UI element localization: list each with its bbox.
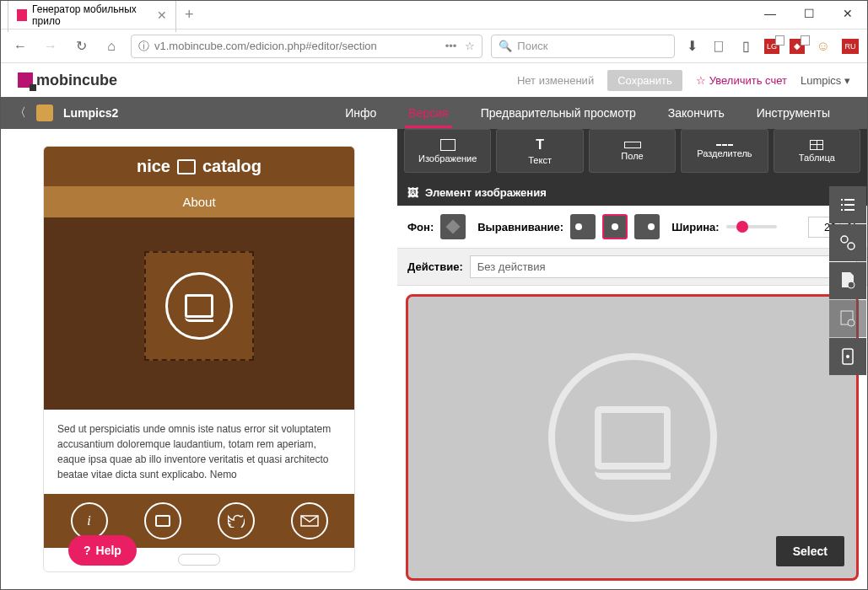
logo-square-icon <box>177 159 196 174</box>
element-image-button[interactable]: Изображение <box>404 129 491 173</box>
field-icon <box>624 142 641 148</box>
align-right-button[interactable] <box>634 214 660 239</box>
controls-row: Фон: Выравнивание: Ширина: 29 % <box>397 206 867 248</box>
action-select[interactable]: Без действия ⌄ <box>470 255 857 278</box>
phone-header: nice catalog <box>44 147 354 186</box>
rail-list-button[interactable] <box>829 186 866 223</box>
rail-settings-button[interactable] <box>829 224 866 261</box>
back-button[interactable]: ← <box>9 35 31 57</box>
align-label: Выравнивание: <box>477 221 563 233</box>
minimize-button[interactable]: — <box>751 1 790 26</box>
download-icon[interactable]: ⬇ <box>683 38 700 55</box>
main-area: nice catalog About Sed ut perspiciatis u… <box>1 129 867 589</box>
user-menu[interactable]: Lumpics ▾ <box>801 74 850 87</box>
search-placeholder: Поиск <box>517 40 547 52</box>
tab-preview[interactable]: Предварительный просмотр <box>477 98 639 128</box>
rail-file-settings-button[interactable] <box>829 262 866 299</box>
phone-text: Sed ut perspiciatis unde omnis iste natu… <box>44 410 354 494</box>
favicon-icon <box>17 9 27 21</box>
width-label: Ширина: <box>671 221 719 233</box>
align-center-button[interactable] <box>602 214 628 239</box>
slider-thumb[interactable] <box>736 221 748 233</box>
forward-button[interactable]: → <box>40 35 62 57</box>
element-text-button[interactable]: TТекст <box>496 129 583 173</box>
selected-image-element[interactable] <box>144 251 254 361</box>
element-toolbar: Изображение TТекст Поле Разделитель Табл… <box>397 129 867 180</box>
svg-point-7 <box>846 355 849 358</box>
select-button[interactable]: Select <box>776 536 844 566</box>
image-placeholder-icon <box>165 272 233 340</box>
app-name: Lumpics2 <box>63 106 118 120</box>
no-changes-label: Нет изменений <box>517 74 594 87</box>
ext-lg-icon[interactable]: LG8 <box>764 39 779 54</box>
address-bar[interactable]: ⓘ v1.mobincube.com/edicion.php#editor/se… <box>131 35 483 58</box>
new-tab-button[interactable]: + <box>176 3 202 27</box>
catalog-footer-icon[interactable] <box>144 502 181 539</box>
bg-label: Фон: <box>407 221 434 233</box>
image-select-area[interactable]: Select <box>406 294 859 581</box>
image-icon <box>440 139 456 151</box>
phone-about: About <box>44 186 354 217</box>
rail-mobile-button[interactable] <box>829 338 866 375</box>
action-label: Действие: <box>407 260 463 273</box>
table-icon <box>810 140 823 150</box>
svg-point-1 <box>841 236 848 243</box>
url-bar: ← → ↻ ⌂ ⓘ v1.mobincube.com/edicion.php#e… <box>1 30 867 63</box>
mail-footer-icon[interactable] <box>291 502 328 539</box>
right-rail <box>829 186 866 375</box>
reader-icon[interactable]: ▯ <box>737 38 754 55</box>
brand-name: mobincube <box>36 72 117 89</box>
element-divider-button[interactable]: Разделитель <box>681 129 768 173</box>
svg-point-2 <box>848 243 855 249</box>
close-tab-icon[interactable]: ✕ <box>157 8 167 22</box>
help-button[interactable]: ? Help <box>68 535 137 566</box>
bg-picker[interactable] <box>440 214 466 239</box>
more-icon[interactable]: ••• <box>445 40 457 52</box>
browser-tab-bar: Генератор мобильных прило ✕ + <box>1 1 867 30</box>
library-icon[interactable]: ⎕ <box>710 38 727 55</box>
search-box[interactable]: 🔍 Поиск <box>491 35 675 58</box>
action-row: Действие: Без действия ⌄ <box>397 248 867 286</box>
toolbar-icons: ⬇ ⎕ ▯ LG8 ◆1 ☺ RU <box>683 38 859 55</box>
ext-shield-icon[interactable]: ◆1 <box>790 39 805 54</box>
app-icon <box>36 105 53 121</box>
tab-version[interactable]: Версия <box>405 98 451 128</box>
twitter-footer-icon[interactable] <box>218 502 255 539</box>
preview-pane: nice catalog About Sed ut perspiciatis u… <box>1 129 397 589</box>
upgrade-link[interactable]: ☆ Увеличить счет <box>696 74 787 87</box>
rail-grid-settings-button[interactable] <box>829 300 866 337</box>
maximize-button[interactable]: ☐ <box>790 1 828 26</box>
save-button[interactable]: Сохранить <box>607 70 682 91</box>
tab-title: Генератор мобильных прило <box>32 3 148 27</box>
search-icon: 🔍 <box>499 40 512 52</box>
tab-tools[interactable]: Инструменты <box>753 98 833 128</box>
element-field-button[interactable]: Поле <box>589 129 676 173</box>
nav-back-icon[interactable]: 〈 <box>14 105 26 121</box>
help-icon: ? <box>84 544 91 557</box>
browser-tab[interactable]: Генератор мобильных прило ✕ <box>8 0 176 32</box>
tab-info[interactable]: Инфо <box>342 98 380 128</box>
ext-face-icon[interactable]: ☺ <box>815 38 832 55</box>
phone-content <box>44 217 354 410</box>
picture-icon: 🖼 <box>407 186 418 199</box>
reload-button[interactable]: ↻ <box>70 35 92 57</box>
svg-point-5 <box>848 319 855 326</box>
ext-ru-icon[interactable]: RU <box>842 39 859 54</box>
align-left-button[interactable] <box>570 214 596 239</box>
close-window-button[interactable]: ✕ <box>828 1 867 26</box>
bookmark-icon[interactable]: ☆ <box>465 40 475 52</box>
logo-icon <box>18 72 33 88</box>
nav-tabs: Инфо Версия Предварительный просмотр Зак… <box>342 98 833 128</box>
tab-finish[interactable]: Закончить <box>665 98 728 128</box>
editor-pane: Изображение TТекст Поле Разделитель Табл… <box>397 129 867 589</box>
info-footer-icon[interactable]: i <box>71 502 108 539</box>
star-icon: ☆ <box>696 74 706 87</box>
text-icon: T <box>536 137 544 153</box>
placeholder-circle-icon <box>548 353 717 522</box>
brand-logo[interactable]: mobincube <box>18 72 117 89</box>
element-table-button[interactable]: Таблица <box>774 129 860 173</box>
window-controls: — ☐ ✕ <box>751 1 867 26</box>
home-button[interactable]: ⌂ <box>100 35 122 57</box>
url-text: v1.mobincube.com/edicion.php#editor/sect… <box>154 40 377 52</box>
width-slider[interactable] <box>726 225 777 228</box>
